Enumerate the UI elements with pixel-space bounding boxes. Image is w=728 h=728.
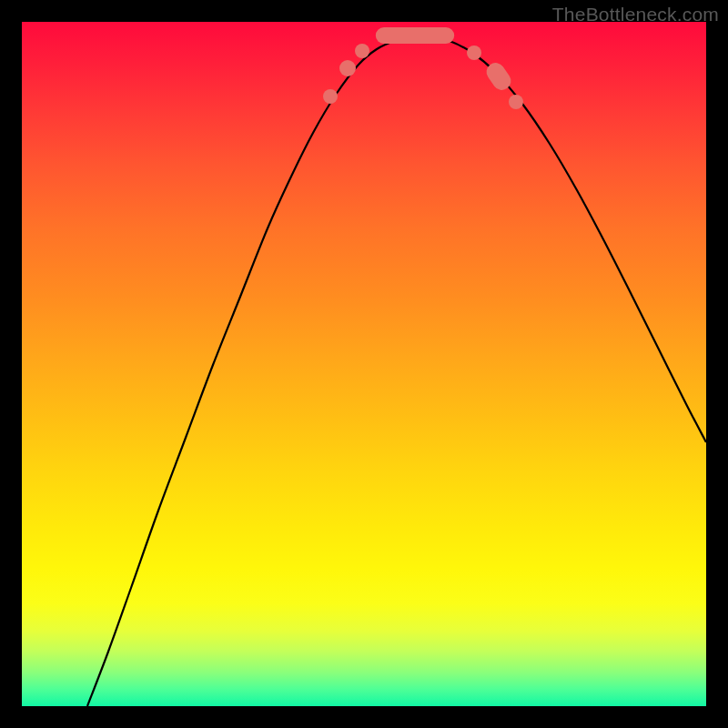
flat-segment — [376, 27, 454, 44]
curve-path — [87, 37, 706, 707]
curve-markers — [323, 27, 523, 109]
plot-area — [22, 22, 706, 706]
right-marker-3 — [509, 95, 523, 109]
right-marker-1 — [467, 46, 481, 60]
left-marker-3 — [355, 44, 369, 58]
bottleneck-curve — [87, 37, 706, 707]
curve-layer — [22, 22, 706, 706]
chart-frame: TheBottleneck.com — [0, 0, 728, 728]
left-marker-1 — [323, 89, 338, 104]
watermark-text: TheBottleneck.com — [552, 4, 719, 25]
left-marker-2 — [339, 60, 356, 76]
